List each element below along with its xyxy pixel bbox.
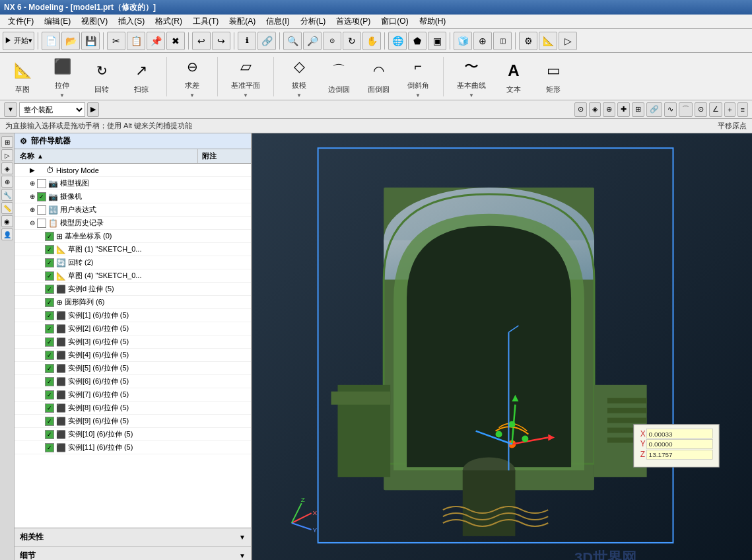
tree-expand-1[interactable]: ⊕ — [28, 180, 37, 187]
menu-view[interactable]: 视图(V) — [76, 15, 113, 28]
tree-item[interactable]: ✓⬛实例[1] (6)/拉伸 (5) — [15, 309, 251, 322]
curve-tool1[interactable]: ∿ — [664, 102, 677, 117]
menu-analysis[interactable]: 分析(L) — [295, 15, 331, 28]
delete-button[interactable]: ✖ — [166, 32, 185, 50]
side-icon-5[interactable]: 📏 — [1, 202, 13, 214]
new-button[interactable]: 📄 — [42, 32, 60, 50]
tree-checkbox-19[interactable]: ✓ — [45, 417, 54, 426]
render-button[interactable]: 🌐 — [388, 32, 407, 50]
tree-checkbox-9[interactable]: ✓ — [45, 285, 54, 294]
copy-button[interactable]: 📋 — [127, 32, 145, 50]
snap-icon[interactable]: ⚙ — [519, 32, 537, 50]
more-button[interactable]: ▷ — [559, 32, 577, 50]
info-button[interactable]: ℹ — [238, 32, 256, 50]
tree-item[interactable]: ✓⬛实例[6] (6)/拉伸 (5) — [15, 375, 251, 388]
menu-info[interactable]: 信息(I) — [261, 15, 294, 28]
menu-insert[interactable]: 插入(S) — [113, 15, 150, 28]
tree-checkbox-3[interactable] — [37, 205, 46, 215]
undo-button[interactable]: ↩ — [192, 32, 211, 50]
edge-blend-button[interactable]: ⌒ 边倒圆 — [322, 56, 356, 97]
tree-checkbox-4[interactable] — [37, 219, 46, 228]
tree-item[interactable]: ✓⬛实例[7] (6)/拉伸 (5) — [15, 388, 251, 402]
side-icon-4[interactable]: 🔧 — [1, 189, 13, 201]
pan-button[interactable]: ✋ — [362, 32, 381, 50]
panel-relations[interactable]: 相关性 ▼ — [15, 528, 251, 547]
tree-item[interactable]: ✓⬛实例[8] (6)/拉伸 (5) — [15, 402, 251, 415]
tree-checkbox-5[interactable]: ✓ — [45, 232, 54, 241]
align-tool[interactable]: ≡ — [737, 102, 748, 117]
extrude-button[interactable]: ⬛ 拉伸 ▼ — [45, 52, 79, 101]
tree-item[interactable]: ✓📐草图 (1) "SKETCH_0... — [15, 243, 251, 256]
menu-assembly[interactable]: 装配(A) — [224, 15, 261, 28]
triad-button[interactable]: ⊕ — [473, 32, 492, 50]
tree-item[interactable]: ✓⬛实例[10] (6)/拉伸 (5) — [15, 428, 251, 441]
rect-button[interactable]: ▭ 矩形 — [536, 56, 570, 97]
tree-checkbox-13[interactable]: ✓ — [45, 337, 54, 347]
text-button[interactable]: A 文本 — [496, 56, 531, 97]
menu-edit[interactable]: 编辑(E) — [39, 15, 76, 28]
measure-button[interactable]: 📐 — [539, 32, 557, 50]
revolve-button[interactable]: ↻ 回转 — [85, 56, 119, 97]
extra-button1[interactable]: ◫ — [493, 32, 512, 50]
plus-tool[interactable]: + — [724, 102, 735, 117]
curve-tool2[interactable]: ⌒ — [679, 102, 693, 117]
filter-apply-button[interactable]: ▶ — [87, 102, 99, 117]
chamfer-button[interactable]: ⌐ 倒斜角 ▼ — [401, 52, 435, 101]
side-icon-1[interactable]: ▷ — [1, 149, 13, 161]
snap2-button[interactable]: ◈ — [589, 102, 601, 117]
tree-checkbox-17[interactable]: ✓ — [45, 390, 54, 400]
side-icon-6[interactable]: ◉ — [1, 215, 13, 227]
zoom-in-button[interactable]: 🔍 — [283, 32, 302, 50]
shading-button[interactable]: ⬟ — [408, 32, 427, 50]
rotate-button[interactable]: ↻ — [343, 32, 361, 50]
viewport[interactable]: X 0.00033 Y 0.00000 Z 13.1757 X Z Y — [252, 133, 752, 560]
tree-checkbox-21[interactable]: ✓ — [45, 443, 54, 452]
tree-item[interactable]: ✓⬛实例[4] (6)/拉伸 (5) — [15, 349, 251, 362]
side-icon-7[interactable]: 👤 — [1, 228, 13, 240]
filter-button[interactable]: ▼ — [4, 102, 17, 117]
tree-expand-2[interactable]: ⊕ — [28, 193, 37, 200]
wireframe-button[interactable]: ▣ — [428, 32, 446, 50]
sketch-button[interactable]: 📐 草图 — [5, 56, 40, 97]
tree-checkbox-1[interactable] — [37, 179, 46, 188]
tree-checkbox-18[interactable]: ✓ — [45, 403, 54, 413]
tree-item[interactable]: ✓⊞基准坐标系 (0) — [15, 230, 251, 243]
nav-tree[interactable]: ▶⏱History Mode⊕📷模型视图⊕✓📷摄像机⊕🔣用户表达式⊖📋模型历史记… — [15, 164, 251, 528]
tree-checkbox-20[interactable]: ✓ — [45, 430, 54, 439]
menu-file[interactable]: 文件(F) — [3, 15, 39, 28]
tree-checkbox-12[interactable]: ✓ — [45, 324, 54, 333]
menu-preferences[interactable]: 首选项(P) — [331, 15, 376, 28]
tree-item[interactable]: ✓🔄回转 (2) — [15, 256, 251, 269]
tree-item[interactable]: ⊖📋模型历史记录 — [15, 217, 251, 230]
tree-item[interactable]: ▶⏱History Mode — [15, 164, 251, 177]
tree-expand-3[interactable]: ⊕ — [28, 206, 37, 213]
tree-checkbox-14[interactable]: ✓ — [45, 351, 54, 360]
constraint-button[interactable]: 🔗 — [646, 102, 662, 117]
assembly-select[interactable]: 整个装配 — [19, 102, 85, 117]
tree-item[interactable]: ✓⬛实例[2] (6)/拉伸 (5) — [15, 322, 251, 335]
cut-button[interactable]: ✂ — [107, 32, 125, 50]
tree-item[interactable]: ⊕📷模型视图 — [15, 177, 251, 190]
zoom-out-button[interactable]: 🔎 — [303, 32, 322, 50]
open-button[interactable]: 📂 — [61, 32, 80, 50]
tree-checkbox-15[interactable]: ✓ — [45, 364, 54, 373]
save-button[interactable]: 💾 — [81, 32, 100, 50]
grid-button[interactable]: ⊞ — [632, 102, 644, 117]
face-blend-button[interactable]: ◠ 面倒圆 — [361, 56, 395, 97]
basic-curve-button[interactable]: 〜 基本曲线 ▼ — [452, 52, 491, 101]
menu-window[interactable]: 窗口(O) — [376, 15, 413, 28]
subtract-button[interactable]: ⊖ 求差 ▼ — [175, 52, 209, 101]
tree-item[interactable]: ✓⬛实例[9] (6)/拉伸 (5) — [15, 415, 251, 428]
sweep-button[interactable]: ↗ 扫掠 — [124, 56, 158, 97]
tree-checkbox-11[interactable]: ✓ — [45, 311, 54, 320]
tree-checkbox-7[interactable]: ✓ — [45, 258, 54, 267]
menu-tools[interactable]: 工具(T) — [188, 15, 224, 28]
angle-tool[interactable]: ∠ — [709, 102, 722, 117]
snap-button[interactable]: 🔗 — [257, 32, 276, 50]
paste-button[interactable]: 📌 — [147, 32, 165, 50]
snap1-button[interactable]: ⊙ — [574, 102, 587, 117]
tree-expand-4[interactable]: ⊖ — [28, 219, 37, 227]
curve-tool3[interactable]: ⊙ — [695, 102, 707, 117]
menu-help[interactable]: 帮助(H) — [414, 15, 452, 28]
snap3-button[interactable]: ⊕ — [603, 102, 615, 117]
